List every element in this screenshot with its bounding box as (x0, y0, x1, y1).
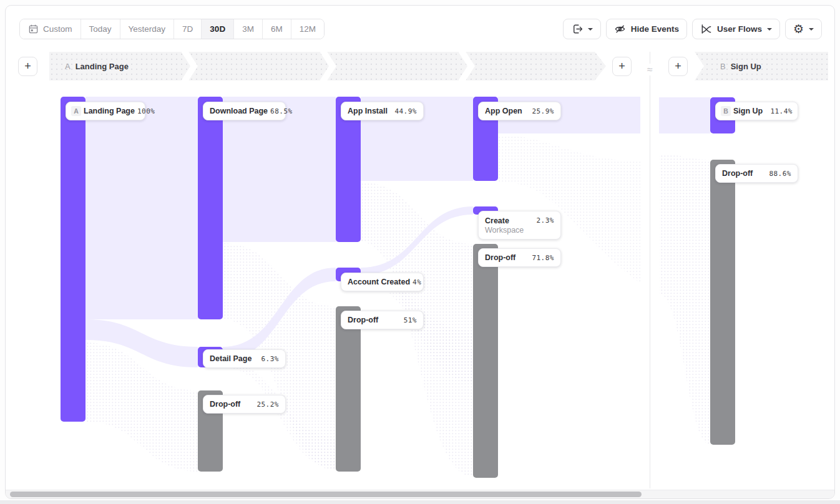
horizontal-scrollbar (6, 490, 834, 498)
approx-connector: ≈ (643, 64, 657, 75)
flow-sectionb-dropoff (659, 154, 710, 445)
node-label-app-install[interactable]: App Install 44.9% (341, 102, 424, 120)
node-label-detail-page[interactable]: Detail Page 6.3% (203, 349, 286, 368)
node-label-app-open[interactable]: App Open 25.9% (478, 102, 561, 120)
node-label-dropoff-col2[interactable]: Drop-off 25.2% (203, 395, 286, 414)
step-badge: B (721, 106, 731, 116)
bar-dropoff-col4[interactable] (473, 244, 498, 478)
flow-signup-in (659, 97, 710, 133)
step-badge: A (71, 106, 81, 116)
bar-download-page[interactable] (198, 97, 223, 319)
report-card: Custom Today Yesterday 7D 30D 3M 6M 12M (5, 5, 835, 499)
bar-dropoff-colb[interactable] (710, 160, 735, 445)
node-label-dropoff-colb[interactable]: Drop-off 88.6% (715, 164, 798, 183)
bar-landing-page[interactable] (61, 97, 85, 422)
horizontal-scrollbar-thumb[interactable] (10, 492, 642, 497)
node-label-download-page[interactable]: Download Page 68.5% (203, 102, 286, 120)
user-flows-screen: Custom Today Yesterday 7D 30D 3M 6M 12M (0, 0, 840, 504)
node-label-landing-page[interactable]: A Landing Page 100% (66, 102, 145, 120)
node-label-create-workspace[interactable]: Create 2.3% Workspace (478, 211, 561, 240)
node-label-account-created[interactable]: Account Created 4% (341, 273, 424, 291)
node-label-dropoff-col3[interactable]: Drop-off 51% (341, 311, 424, 329)
node-label-dropoff-col4[interactable]: Drop-off 71.8% (478, 248, 561, 267)
flow-landing-download (85, 97, 198, 319)
bar-dropoff-col3[interactable] (336, 306, 361, 472)
page-bottom-strip (0, 500, 840, 504)
node-label-sign-up[interactable]: B Sign Up 11.4% (715, 102, 798, 120)
